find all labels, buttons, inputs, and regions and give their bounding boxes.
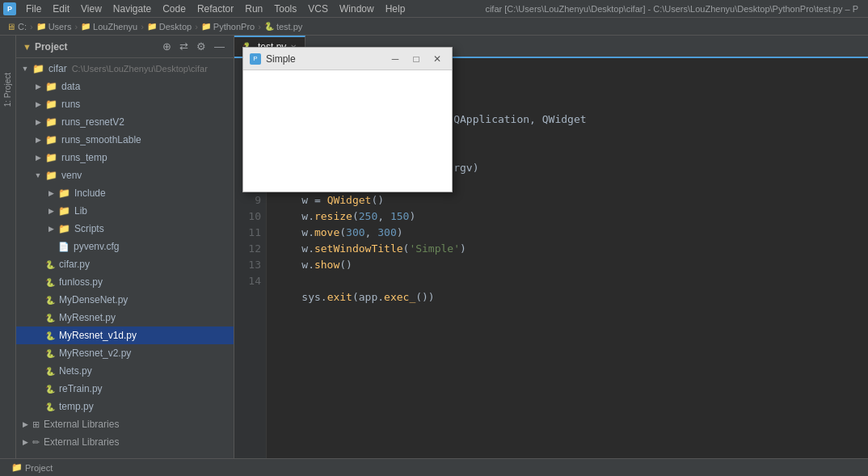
window-title-text: cifar [C:\Users\LouZhenyu\Desktop\cifar]…	[485, 4, 865, 14]
tree-item-include[interactable]: ▶ 📁 Include	[16, 184, 234, 202]
project-tree: ▼ 📁 cifar C:\Users\LouZhenyu\Desktop\cif…	[16, 58, 234, 458]
float-minimize-button[interactable]: ─	[387, 53, 403, 65]
breadcrumb-louzhenyu[interactable]: 📁 LouZhenyu	[81, 22, 137, 32]
breadcrumb-users[interactable]: 📁 Users	[36, 22, 72, 32]
menu-refactor[interactable]: Refactor	[192, 2, 238, 16]
menu-view[interactable]: View	[76, 2, 107, 16]
tree-item-external-libraries[interactable]: ▶ ⊞ External Libraries	[16, 415, 234, 433]
tree-item-venv[interactable]: ▼ 📁 venv	[16, 166, 234, 184]
tree-item-scratches[interactable]: ▶ ✏ External Libraries	[16, 433, 234, 451]
tree-item-cifarpy[interactable]: ▶ 🐍 cifar.py	[16, 255, 234, 273]
app-logo: P	[3, 2, 16, 15]
tree-item-runs-smoothlable[interactable]: ▶ 📁 runs_smoothLable	[16, 131, 234, 149]
menu-file[interactable]: File	[21, 2, 46, 16]
tree-item-runs-temp[interactable]: ▶ 📁 runs_temp	[16, 149, 234, 166]
side-tab: 1: Project	[0, 36, 16, 458]
menu-run[interactable]: Run	[240, 2, 268, 16]
float-maximize-button[interactable]: □	[408, 53, 424, 65]
tree-item-scripts[interactable]: ▶ 📁 Scripts	[16, 220, 234, 238]
tree-item-data[interactable]: ▶ 📁 data	[16, 78, 234, 95]
tree-item-temppy[interactable]: ▶ 🐍 temp.py	[16, 398, 234, 415]
breadcrumb-item[interactable]: 🖥 C:	[6, 22, 27, 32]
locate-icon[interactable]: ⊕	[160, 39, 174, 54]
project-expand-icon: ▼	[23, 42, 32, 52]
bottom-bar: 📁 Project	[0, 458, 868, 476]
tree-item-funlosspy[interactable]: ▶ 🐍 funloss.py	[16, 273, 234, 291]
settings-icon[interactable]: ⚙	[194, 39, 209, 54]
editor-area: 🐍 test.py ✕ 1 2 3 4 5 6 7 8 9 10 11 12 1…	[234, 36, 868, 458]
float-title-text: Simple	[266, 53, 382, 65]
breadcrumb-desktop[interactable]: 📁 Desktop	[147, 22, 192, 32]
float-close-button[interactable]: ✕	[429, 53, 445, 65]
project-side-tab[interactable]: 1: Project	[2, 68, 14, 112]
float-titlebar: P Simple ─ □ ✕	[243, 48, 452, 70]
tree-item-myresnetv1dpy[interactable]: ▶ 🐍 MyResnet_v1d.py	[16, 326, 234, 344]
breadcrumb-pythonpro[interactable]: 📁 PythonPro	[201, 22, 255, 32]
breadcrumb-testpy[interactable]: 🐍 test.py	[264, 22, 302, 32]
tree-item-cifar[interactable]: ▼ 📁 cifar C:\Users\LouZhenyu\Desktop\cif…	[16, 60, 234, 78]
tree-item-runs[interactable]: ▶ 📁 runs	[16, 95, 234, 113]
tree-item-mydensenetpy[interactable]: ▶ 🐍 MyDenseNet.py	[16, 291, 234, 309]
bottom-project-item[interactable]: 📁 Project	[6, 462, 57, 473]
tree-item-myresnetv2py[interactable]: ▶ 🐍 MyResnet_v2.py	[16, 344, 234, 362]
menubar: P File Edit View Navigate Code Refactor …	[0, 0, 868, 18]
menu-help[interactable]: Help	[381, 2, 411, 16]
menu-window[interactable]: Window	[335, 2, 379, 16]
project-header: ▼ Project ⊕ ⇄ ⚙ —	[16, 36, 234, 58]
project-title: Project	[35, 41, 157, 53]
floating-window: P Simple ─ □ ✕	[242, 47, 453, 192]
tree-item-lib[interactable]: ▶ 📁 Lib	[16, 202, 234, 220]
tree-item-netspy[interactable]: ▶ 🐍 Nets.py	[16, 362, 234, 380]
tree-item-retrainpy[interactable]: ▶ 🐍 reTrain.py	[16, 380, 234, 398]
menu-edit[interactable]: Edit	[48, 2, 74, 16]
breadcrumb: 🖥 C: › 📁 Users › 📁 LouZhenyu › 📁 Desktop…	[0, 18, 868, 36]
menu-navigate[interactable]: Navigate	[108, 2, 156, 16]
menu-tools[interactable]: Tools	[269, 2, 301, 16]
scroll-icon[interactable]: ⇄	[177, 39, 191, 54]
float-body	[243, 70, 452, 192]
menu-code[interactable]: Code	[158, 2, 191, 16]
tree-item-myresnetpy[interactable]: ▶ 🐍 MyResnet.py	[16, 309, 234, 326]
main-area: 1: Project ▼ Project ⊕ ⇄ ⚙ — ▼ 📁 cifar C…	[0, 36, 868, 458]
tree-item-runs-resnetv2[interactable]: ▶ 📁 runs_resnetV2	[16, 113, 234, 131]
tree-item-pyvenv[interactable]: ▶ 📄 pyvenv.cfg	[16, 238, 234, 255]
minimize-icon[interactable]: —	[212, 39, 227, 54]
float-window-icon: P	[250, 53, 261, 65]
menu-vcs[interactable]: VCS	[303, 2, 333, 16]
project-panel: ▼ Project ⊕ ⇄ ⚙ — ▼ 📁 cifar C:\Users\Lou…	[16, 36, 234, 458]
